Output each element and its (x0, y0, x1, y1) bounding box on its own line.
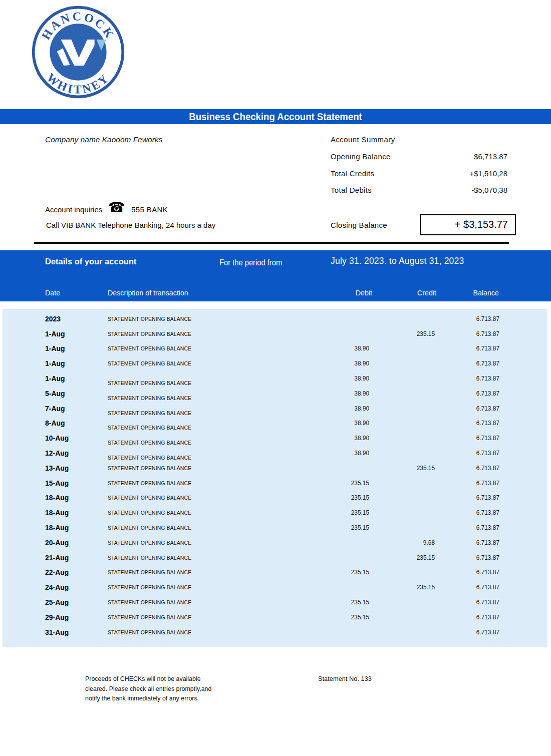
tx-date: 1-Aug (45, 359, 65, 368)
tx-balance: 6.713.87 (437, 569, 499, 576)
tx-balance: 6.713.87 (437, 375, 499, 382)
tx-balance: 6.713.87 (437, 330, 499, 337)
tx-description: STATEMENT OPENING BALANCE (108, 316, 191, 322)
hancock-whitney-logo: HANCOCK WHITNEY (30, 4, 126, 100)
tx-description: STATEMENT OPENING BALANCE (108, 465, 191, 471)
column-header-balance: Balance (456, 288, 499, 297)
table-row: 18-AugSTATEMENT OPENING BALANCE235.156.7… (3, 505, 547, 520)
tx-balance: 6.713.87 (437, 360, 499, 367)
tx-date: 13-Aug (45, 464, 69, 473)
table-row: 12-AugSTATEMENT OPENING BALANCE38.906.71… (3, 446, 547, 461)
tx-description: STATEMENT OPENING BALANCE (108, 345, 191, 351)
table-row: 1-AugSTATEMENT OPENING BALANCE38.906.713… (3, 356, 547, 371)
table-row: 13-AugSTATEMENT OPENING BALANCE235.156.7… (3, 461, 547, 476)
tx-balance: 6.713.87 (437, 315, 499, 322)
tx-description: STATEMENT OPENING BALANCE (108, 599, 191, 605)
section-divider (34, 242, 509, 244)
statement-title-banner: Business Checking Account Statement (0, 109, 551, 124)
tx-debit: 235.15 (297, 599, 369, 606)
total-credits-label: Total Credits (331, 169, 374, 178)
column-header-credit: Credit (397, 288, 436, 297)
tx-balance: 6.713.87 (437, 599, 499, 606)
total-debits-value: -$5,070,38 (430, 186, 507, 194)
tx-balance: 6.713.87 (437, 509, 499, 516)
tx-debit: 38.90 (297, 405, 369, 412)
tx-date: 7-Aug (45, 404, 65, 413)
closing-balance-label: Closing Balance (331, 221, 387, 229)
tx-debit: 38.90 (297, 435, 369, 442)
account-summary-title: Account Summary (331, 135, 395, 144)
tx-credit: 235.15 (372, 465, 435, 472)
table-row: 18-AugSTATEMENT OPENING BALANCE235.156.7… (3, 491, 547, 506)
table-row: 29-AugSTATEMENT OPENING BALANCE235.156.7… (3, 610, 547, 625)
tx-description: STATEMENT OPENING BALANCE (108, 584, 191, 590)
tx-balance: 6.713.87 (437, 539, 499, 546)
tx-balance: 6.713.87 (437, 494, 499, 501)
tx-date: 22-Aug (45, 568, 69, 577)
tx-date: 2023 (45, 314, 61, 323)
tx-date: 31-Aug (45, 628, 69, 637)
tx-date: 18-Aug (45, 493, 69, 502)
table-row: 18-AugSTATEMENT OPENING BALANCE235.156.7… (3, 520, 547, 535)
tx-description: STATEMENT OPENING BALANCE (108, 425, 191, 431)
table-row: 25-AugSTATEMENT OPENING BALANCE235.156.7… (3, 595, 547, 610)
tx-date: 1-Aug (45, 374, 65, 383)
phone-number: 555 BANK (131, 205, 168, 214)
tx-debit: 38.90 (297, 345, 369, 352)
tx-balance: 6.713.87 (437, 554, 499, 561)
tx-credit: 9.68 (372, 539, 435, 546)
tx-debit: 235.15 (297, 494, 369, 501)
tx-date: 15-Aug (45, 479, 69, 488)
tx-credit: 235.15 (372, 554, 435, 561)
footer-note-line: cleared. Please check all entries prompt… (85, 684, 251, 694)
tx-date: 29-Aug (45, 613, 69, 622)
tx-date: 18-Aug (45, 508, 69, 517)
tx-debit: 38.90 (297, 375, 369, 382)
table-row: 1-AugSTATEMENT OPENING BALANCE235.156.71… (3, 326, 547, 341)
tx-debit: 38.90 (297, 420, 369, 427)
table-row: 2023STATEMENT OPENING BALANCE6.713.87 (3, 311, 547, 326)
table-row: 5-AugSTATEMENT OPENING BALANCE38.906.713… (3, 386, 547, 401)
tx-balance: 6.713.87 (437, 420, 499, 427)
total-debits-label: Total Debits (331, 186, 372, 194)
total-credits-value: +$1,510,28 (430, 169, 507, 178)
period-value: July 31. 2023. to August 31, 2023 (331, 256, 464, 266)
tx-debit: 235.15 (297, 524, 369, 531)
tx-debit: 235.15 (297, 569, 369, 576)
opening-balance-value: $6,713.87 (430, 152, 507, 161)
tx-description: STATEMENT OPENING BALANCE (108, 525, 191, 531)
telephone-banking-line: Call VIB BANK Telephone Banking, 24 hour… (46, 221, 215, 229)
tx-balance: 6.713.87 (437, 405, 499, 412)
tx-date: 20-Aug (45, 538, 69, 547)
tx-date: 12-Aug (45, 449, 69, 458)
footer-note-line: notify the bank immediately of any error… (85, 693, 251, 703)
tx-balance: 6.713.87 (437, 524, 499, 531)
bank-statement-page: HANCOCK WHITNEY Business Checking Accoun… (0, 0, 551, 756)
footer-note-line: Proceeds of CHECKs will not be available (85, 674, 251, 684)
tx-balance: 6.713.87 (437, 465, 499, 472)
table-row: 15-AugSTATEMENT OPENING BALANCE235.156.7… (3, 476, 547, 491)
column-header-debit: Debit (330, 288, 372, 297)
tx-date: 21-Aug (45, 553, 69, 562)
account-inquiries-label: Account inquiries (45, 205, 102, 214)
table-row: 24-AugSTATEMENT OPENING BALANCE235.156.7… (3, 580, 547, 595)
table-row: 31-AugSTATEMENT OPENING BALANCE6.713.87 (3, 625, 547, 640)
table-row: 21-AugSTATEMENT OPENING BALANCE235.156.7… (3, 550, 547, 565)
table-row: 8-AugSTATEMENT OPENING BALANCE38.906.713… (3, 416, 547, 431)
tx-balance: 6.713.87 (437, 480, 499, 487)
tx-balance: 6.713.87 (437, 614, 499, 621)
tx-balance: 6.713.87 (437, 390, 499, 397)
tx-description: STATEMENT OPENING BALANCE (108, 360, 191, 366)
tx-date: 8-Aug (45, 419, 65, 428)
tx-balance: 6.713.87 (437, 435, 499, 442)
tx-description: STATEMENT OPENING BALANCE (108, 629, 191, 635)
tx-description: STATEMENT OPENING BALANCE (108, 540, 191, 546)
closing-balance-box: + $3,153.77 (420, 214, 516, 235)
tx-date: 24-Aug (45, 583, 69, 592)
tx-description: STATEMENT OPENING BALANCE (108, 569, 191, 575)
period-label: For the period from (219, 258, 282, 267)
column-header-date: Date (45, 288, 60, 297)
tx-date: 5-Aug (45, 389, 65, 398)
tx-description: STATEMENT OPENING BALANCE (108, 395, 191, 401)
tx-description: STATEMENT OPENING BALANCE (108, 495, 191, 501)
